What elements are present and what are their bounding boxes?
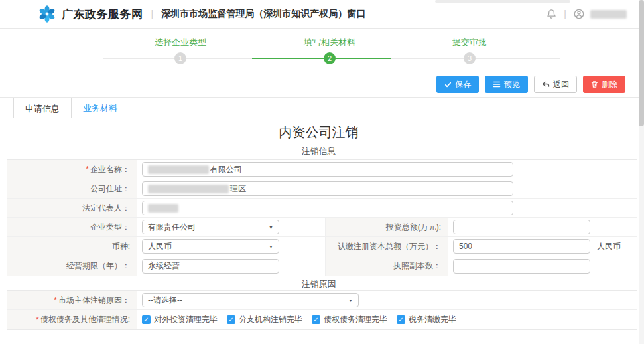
legal-representative-cell xyxy=(137,199,637,217)
form-tabs: 申请信息 业务材料 xyxy=(13,98,129,118)
redacted-company-name xyxy=(148,165,209,174)
save-button[interactable]: 保存 xyxy=(436,76,479,93)
label-text: 公司住址： xyxy=(90,183,130,195)
page-title: 内资公司注销 xyxy=(0,124,637,141)
label-text: 币种: xyxy=(112,241,130,252)
row-legal-representative: 法定代表人： xyxy=(7,199,637,218)
investment-total-input[interactable] xyxy=(453,220,590,234)
redacted-person-name xyxy=(148,204,178,213)
row-clearance-status: * 债权债务及其他清理情况: ✓ 对外投资清理完毕 ✓ 分支机构注销完毕 ✓ 债… xyxy=(7,310,637,329)
input-value: 永续经营 xyxy=(148,260,180,272)
investment-total-cell xyxy=(448,218,637,236)
license-copies-label: 执照副本数： xyxy=(325,256,448,276)
visible-value: 理区 xyxy=(230,183,246,195)
subscribed-capital-label: 认缴注册资本总额（万元）： xyxy=(325,237,448,256)
save-button-label: 保存 xyxy=(455,79,471,90)
currency-select[interactable]: 人民币 ▼ xyxy=(142,239,279,254)
company-address-label: 公司住址： xyxy=(7,179,137,198)
chevron-down-icon: ▼ xyxy=(269,244,273,249)
cancellation-reason-select[interactable]: --请选择-- ▼ xyxy=(142,293,359,307)
preview-button-label: 预览 xyxy=(504,79,520,90)
back-arrow-icon xyxy=(542,80,550,88)
chevron-down-icon: ▼ xyxy=(348,298,353,303)
delete-button[interactable]: 删除 xyxy=(583,76,625,93)
row-term-license: 经营期限（年）： 永续经营 执照副本数： xyxy=(7,256,637,276)
step-number-badge: 3 xyxy=(464,52,476,64)
step-label: 填写相关材料 xyxy=(277,37,383,48)
clearance-status-cell: ✓ 对外投资清理完毕 ✓ 分支机构注销完毕 ✓ 债权债务清理完毕 ✓ 税务清缴完… xyxy=(137,310,637,329)
checkbox-branches-deregistered[interactable]: ✓ 分支机构注销完毕 xyxy=(227,314,302,325)
company-address-cell: 理区 xyxy=(137,179,637,198)
legal-representative-input[interactable] xyxy=(142,201,513,215)
checkbox-debts-cleared[interactable]: ✓ 债权债务清理完毕 xyxy=(312,314,387,325)
business-term-cell: 永续经营 xyxy=(137,256,325,276)
step-label: 选择企业类型 xyxy=(127,37,233,48)
user-avatar-icon[interactable] xyxy=(574,9,584,19)
preview-button[interactable]: 预览 xyxy=(485,76,528,93)
section-title-info: 注销信息 xyxy=(0,145,637,157)
required-mark: * xyxy=(36,315,39,325)
delete-button-label: 删除 xyxy=(602,79,617,90)
subscribed-capital-input[interactable]: 500 xyxy=(453,239,590,254)
label-text: 经营期限（年）： xyxy=(66,260,130,272)
label-text: 投资总额(万元): xyxy=(386,222,441,233)
business-term-input[interactable]: 永续经营 xyxy=(142,259,279,274)
currency-cell: 人民币 ▼ xyxy=(137,237,325,256)
checkbox-label: 税务清缴完毕 xyxy=(409,314,456,325)
back-button-label: 返回 xyxy=(553,79,569,90)
investment-total-label: 投资总额(万元): xyxy=(325,218,448,236)
row-currency-capital: 币种: 人民币 ▼ 认缴注册资本总额（万元）： 500 人民币 xyxy=(7,237,637,256)
currency-suffix: 人民币 xyxy=(597,241,621,252)
tab-business-materials[interactable]: 业务材料 xyxy=(72,98,129,118)
enterprise-type-select[interactable]: 有限责任公司 ▼ xyxy=(142,220,279,234)
label-text: 企业类型： xyxy=(90,222,130,233)
step-number-badge-active: 2 xyxy=(324,52,336,64)
row-company-address: 公司住址： 理区 xyxy=(7,179,637,199)
window-title: 深圳市市场监督管理局（深圳市知识产权局）窗口 xyxy=(161,8,365,20)
checkbox-taxes-settled[interactable]: ✓ 税务清缴完毕 xyxy=(397,314,456,325)
tab-application-info[interactable]: 申请信息 xyxy=(13,98,72,118)
label-text: 市场主体注销原因： xyxy=(58,295,130,306)
progress-stepper: 选择企业类型 1 填写相关材料 2 提交审批 3 xyxy=(0,29,644,76)
required-mark: * xyxy=(54,296,57,305)
username-redacted[interactable] xyxy=(590,10,627,19)
chevron-down-icon: ▼ xyxy=(269,225,273,230)
label-text: 法定代表人： xyxy=(82,203,130,214)
enterprise-type-label: 企业类型： xyxy=(7,218,137,236)
redacted-address xyxy=(148,185,229,193)
scrollbar-thumb[interactable] xyxy=(639,0,644,126)
label-text: 债权债务及其他清理情况: xyxy=(40,314,130,325)
gdzwfw-logo-icon xyxy=(38,5,56,23)
checkbox-label: 对外投资清理完毕 xyxy=(154,314,218,325)
label-text: 企业名称： xyxy=(90,164,130,175)
enterprise-name-input[interactable]: 有限公司 xyxy=(142,162,513,177)
stepper-track-active xyxy=(252,58,391,59)
vertical-scrollbar[interactable] xyxy=(639,0,644,344)
row-cancellation-reason: * 市场主体注销原因： --请选择-- ▼ xyxy=(7,291,637,310)
checkbox-checked-icon: ✓ xyxy=(312,315,320,324)
checkbox-checked-icon: ✓ xyxy=(397,315,405,324)
header-divider: | xyxy=(151,9,154,19)
cancellation-reason-cell: --请选择-- ▼ xyxy=(137,291,637,309)
trash-icon xyxy=(591,80,598,88)
list-icon xyxy=(493,80,501,88)
business-term-label: 经营期限（年）： xyxy=(7,256,137,276)
company-address-input[interactable]: 理区 xyxy=(142,181,513,196)
checkbox-label: 分支机构注销完毕 xyxy=(239,314,302,325)
site-brand: 广东政务服务网 xyxy=(62,7,143,22)
back-button[interactable]: 返回 xyxy=(534,76,577,93)
action-toolbar: 保存 预览 返回 删除 xyxy=(0,76,625,93)
bell-icon[interactable] xyxy=(547,9,556,19)
header-divider-2: | xyxy=(564,9,566,19)
enterprise-name-label: * 企业名称： xyxy=(7,160,137,179)
header-bar: 广东政务服务网 | 深圳市市场监督管理局（深圳市知识产权局）窗口 | xyxy=(0,0,639,29)
step-number-badge: 1 xyxy=(174,52,186,64)
checkbox-external-investment-cleared[interactable]: ✓ 对外投资清理完毕 xyxy=(142,314,218,325)
license-copies-input[interactable] xyxy=(453,259,590,274)
currency-label: 币种: xyxy=(7,237,137,256)
input-value: 500 xyxy=(459,242,472,251)
checkbox-checked-icon: ✓ xyxy=(142,315,151,324)
header-right: | xyxy=(547,9,627,19)
selected-value: 有限责任公司 xyxy=(148,222,196,233)
required-mark: * xyxy=(86,165,89,174)
